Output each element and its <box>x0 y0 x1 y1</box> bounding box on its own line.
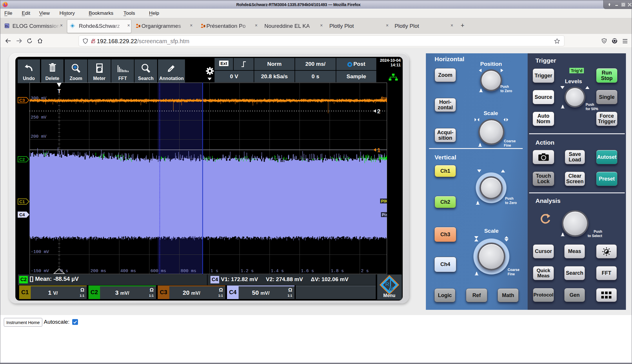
svg-text:200 ms: 200 ms <box>90 269 106 274</box>
svg-text:C1: C1 <box>19 199 25 204</box>
svg-text:1.8 s: 1.8 s <box>331 269 344 274</box>
svg-text:600 ms: 600 ms <box>150 269 166 274</box>
svg-text:800 ms: 800 ms <box>181 269 196 274</box>
svg-text:200 mV: 200 mV <box>31 134 46 139</box>
svg-text:C3: C3 <box>19 98 25 103</box>
svg-text:1.4 s: 1.4 s <box>271 269 284 274</box>
svg-text:400 ms: 400 ms <box>120 269 136 274</box>
svg-text:1 s: 1 s <box>210 269 218 274</box>
svg-text:1.6 s: 1.6 s <box>301 269 314 274</box>
svg-text:EL: EL <box>5 25 9 28</box>
svg-text:250 mV: 250 mV <box>31 115 46 120</box>
svg-text:2: 2 <box>377 108 380 114</box>
svg-text:Pis: Pis <box>382 212 387 217</box>
svg-text:-150 mV: -150 mV <box>31 269 49 274</box>
svg-text:S: S <box>390 285 393 292</box>
svg-text:C4: C4 <box>19 212 25 217</box>
svg-text:-100 mV: -100 mV <box>31 250 49 254</box>
svg-text:1: 1 <box>377 147 380 153</box>
svg-text:C2: C2 <box>19 157 25 162</box>
svg-text:1.2 s: 1.2 s <box>241 269 254 274</box>
svg-text:T: T <box>58 88 61 94</box>
svg-text:R: R <box>385 281 389 287</box>
svg-text:2 s: 2 s <box>361 269 369 274</box>
svg-text:PIK: PIK <box>381 199 387 203</box>
